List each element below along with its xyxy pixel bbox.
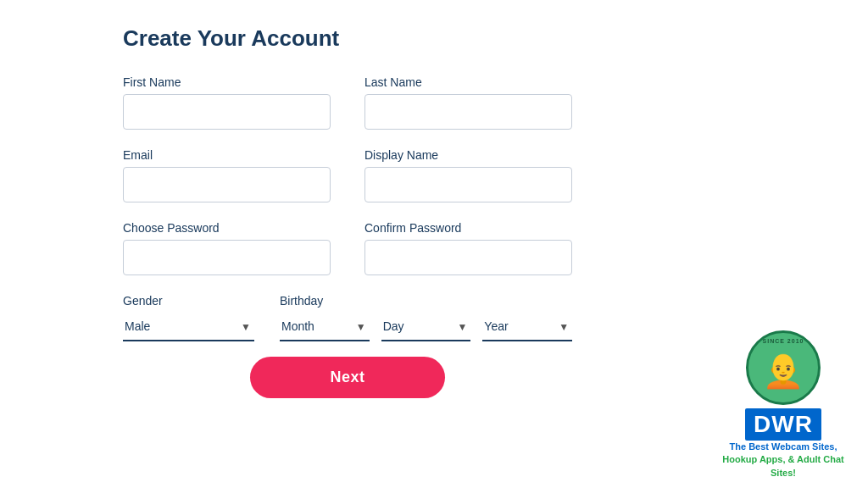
first-name-label: First Name	[123, 75, 331, 89]
month-select-wrapper: Month January February March April May J…	[280, 313, 370, 341]
email-input[interactable]	[123, 167, 331, 202]
email-label: Email	[123, 148, 331, 162]
display-name-input[interactable]	[364, 167, 572, 202]
email-group: Email	[123, 148, 331, 202]
dwr-logo-text: DWR	[754, 411, 813, 437]
day-select[interactable]: Day	[381, 313, 471, 341]
next-button-row: Next	[123, 357, 572, 398]
gender-group: Gender Male Female Other ▼	[123, 294, 254, 341]
dwr-logo-box: DWR	[745, 408, 821, 441]
last-name-group: Last Name	[364, 75, 572, 130]
birthday-label: Birthday	[280, 294, 572, 308]
choose-password-input[interactable]	[123, 240, 331, 275]
gender-select[interactable]: Male Female Other	[123, 313, 254, 341]
confirm-password-label: Confirm Password	[364, 221, 572, 235]
last-name-input[interactable]	[364, 94, 572, 130]
confirm-password-group: Confirm Password	[364, 221, 572, 275]
birthday-selects: Month January February March April May J…	[280, 313, 572, 341]
dwr-tagline-line1: The Best Webcam Sites,	[730, 441, 837, 452]
gender-birthday-row: Gender Male Female Other ▼ Birthday Mont…	[123, 294, 572, 341]
next-button[interactable]: Next	[250, 357, 445, 398]
form-container: Create Your Account First Name Last Name…	[0, 0, 695, 424]
page-title: Create Your Account	[123, 25, 572, 52]
name-row: First Name Last Name	[123, 75, 572, 130]
first-name-group: First Name	[123, 75, 331, 130]
confirm-password-input[interactable]	[364, 240, 572, 275]
gender-label: Gender	[123, 294, 254, 308]
year-select-wrapper: Year ▼	[482, 313, 572, 341]
last-name-label: Last Name	[364, 75, 572, 89]
month-select[interactable]: Month January February March April May J…	[280, 313, 370, 341]
display-name-label: Display Name	[364, 148, 572, 162]
birthday-group: Birthday Month January February March Ap…	[280, 294, 572, 341]
dwr-since-text: SINCE 2010	[763, 338, 804, 344]
choose-password-group: Choose Password	[123, 221, 331, 275]
display-name-group: Display Name	[364, 148, 572, 202]
gender-select-wrapper: Male Female Other ▼	[123, 313, 254, 341]
dwr-tagline-line2: Hookup Apps, & Adult Chat Sites!	[722, 454, 843, 477]
first-name-input[interactable]	[123, 94, 331, 130]
dwr-avatar-circle: SINCE 2010 🧑‍🦲	[746, 330, 821, 405]
dwr-face-icon: 🧑‍🦲	[762, 351, 804, 391]
dwr-tagline: The Best Webcam Sites, Hookup Apps, & Ad…	[715, 441, 851, 480]
password-row: Choose Password Confirm Password	[123, 221, 572, 275]
choose-password-label: Choose Password	[123, 221, 331, 235]
day-select-wrapper: Day ▼	[381, 313, 471, 341]
dwr-badge: SINCE 2010 🧑‍🦲 DWR The Best Webcam Sites…	[715, 330, 851, 480]
email-row: Email Display Name	[123, 148, 572, 202]
year-select[interactable]: Year	[482, 313, 572, 341]
